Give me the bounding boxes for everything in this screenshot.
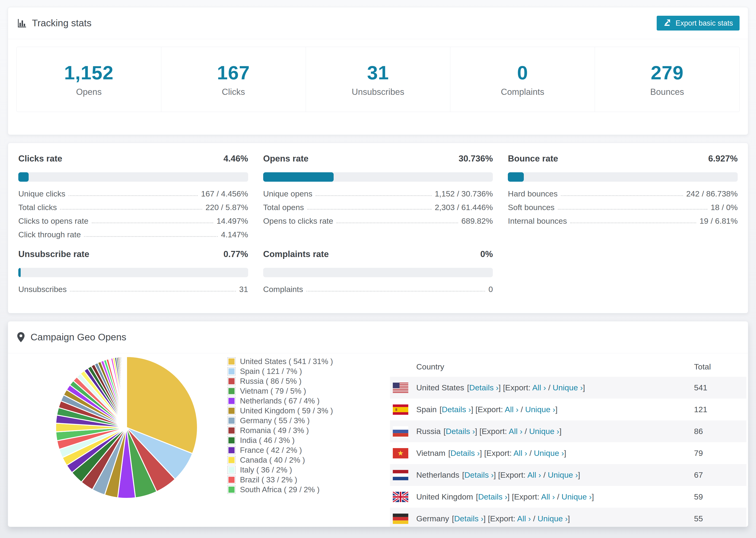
export-unique-link[interactable]: Unique ›: [548, 470, 578, 479]
stat-label: Bounces: [650, 87, 684, 97]
export-unique-link[interactable]: Unique ›: [562, 492, 592, 501]
pie-legend-item[interactable]: Romania ( 49 / 3% ): [227, 426, 333, 435]
export-unique-link[interactable]: Unique ›: [553, 383, 583, 392]
rate-stat-label: Soft bounces: [508, 203, 554, 211]
rate-progress-fill: [18, 172, 28, 182]
country-flag-icon: [393, 448, 408, 458]
rate-title: Complaints rate: [263, 249, 329, 259]
total-column-header: Total: [694, 362, 711, 371]
export-unique-link[interactable]: Unique ›: [538, 514, 568, 523]
geo-table-row: Netherlands [Details ›] [Export: All › /…: [390, 464, 746, 486]
legend-swatch: [227, 426, 236, 435]
tracking-stats-header: Tracking stats Export basic stats: [8, 7, 748, 39]
legend-label: Italy ( 36 / 2% ): [240, 465, 292, 474]
pie-legend-item[interactable]: Germany ( 55 / 3% ): [227, 416, 333, 426]
rate-block: Bounce rate 6.927% Hard bounces 242 / 86…: [508, 153, 738, 239]
pie-legend-item[interactable]: Russia ( 86 / 5% ): [227, 376, 333, 386]
pie-legend-item[interactable]: Spain ( 121 / 7% ): [227, 366, 333, 376]
pie-legend-item[interactable]: Canada ( 40 / 2% ): [227, 455, 333, 465]
pie-legend-item[interactable]: Italy ( 36 / 2% ): [227, 465, 333, 475]
legend-swatch: [227, 485, 236, 494]
pie-legend-item[interactable]: United States ( 541 / 31% ): [227, 356, 333, 366]
legend-swatch: [227, 357, 236, 366]
country-name: Russia: [416, 427, 441, 436]
country-name: United Kingdom: [416, 492, 473, 501]
export-all-link[interactable]: All ›: [532, 383, 546, 392]
stat-cell: 167 Clicks: [161, 47, 306, 112]
rate-progress-bar: [18, 268, 248, 277]
dotted-leader: [70, 291, 236, 292]
country-flag-icon: [393, 513, 408, 524]
pie-legend-item[interactable]: Netherlands ( 67 / 4% ): [227, 396, 333, 406]
country-flag-icon: [393, 404, 408, 415]
rate-stat-row: Unique opens 1,152 / 30.736%: [263, 190, 493, 198]
rate-stat-row: Unsubscribes 31: [18, 285, 248, 293]
geo-table-header: Country Total: [390, 356, 746, 377]
rate-main-value: 6.927%: [708, 153, 738, 164]
rate-title: Unsubscribe rate: [18, 249, 89, 259]
export-all-link[interactable]: All ›: [517, 514, 531, 523]
details-link[interactable]: Details ›: [451, 449, 480, 457]
export-basic-stats-button[interactable]: Export basic stats: [657, 16, 739, 30]
rate-title-row: Opens rate 30.736%: [263, 153, 493, 164]
pie-legend-item[interactable]: Vietnam ( 79 / 5% ): [227, 386, 333, 396]
geo-table-row: United Kingdom [Details ›] [Export: All …: [390, 486, 746, 508]
rate-block: Opens rate 30.736% Unique opens 1,152 / …: [263, 153, 493, 239]
map-pin-icon: [17, 332, 26, 343]
pie-legend-item[interactable]: France ( 42 / 2% ): [227, 445, 333, 455]
details-link[interactable]: Details ›: [454, 514, 483, 523]
legend-swatch: [227, 456, 236, 464]
legend-swatch: [227, 377, 236, 385]
legend-swatch: [227, 436, 236, 445]
rate-stat-value: 220 / 5.87%: [205, 203, 248, 211]
rate-stat-label: Unique clicks: [18, 190, 65, 198]
rate-stat-label: Opens to clicks rate: [263, 217, 333, 225]
rate-title: Opens rate: [263, 153, 308, 164]
country-name: Spain: [416, 405, 437, 414]
stat-label: Unsubscribes: [352, 87, 404, 97]
export-all-link[interactable]: All ›: [505, 405, 519, 414]
country-links: [Details ›] [Export: All › / Unique ›]: [467, 383, 585, 392]
stat-cell: 31 Unsubscribes: [306, 47, 451, 112]
export-unique-link[interactable]: Unique ›: [529, 427, 560, 436]
rate-block: Complaints rate 0% Complaints 0: [263, 249, 493, 293]
country-flag-icon: [393, 470, 408, 480]
rate-stat-row: Hard bounces 242 / 86.738%: [508, 190, 738, 198]
pie-slice[interactable]: [126, 356, 127, 427]
pie-legend-item[interactable]: United Kingdom ( 59 / 3% ): [227, 406, 333, 416]
rate-progress-bar: [263, 172, 493, 182]
country-total: 121: [694, 405, 707, 414]
details-link[interactable]: Details ›: [446, 427, 475, 436]
rate-stat-value: 242 / 86.738%: [686, 190, 738, 198]
export-all-link[interactable]: All ›: [513, 449, 527, 457]
stats-summary-row: 1,152 Opens 167 Clicks 31 Unsubscribes 0…: [17, 47, 739, 112]
country-links: [Details ›] [Export: All › / Unique ›]: [448, 449, 566, 458]
export-unique-link[interactable]: Unique ›: [534, 449, 564, 457]
dotted-leader: [69, 195, 198, 196]
rate-stat-row: Clicks to opens rate 14.497%: [18, 217, 248, 225]
details-link[interactable]: Details ›: [464, 470, 494, 479]
rate-progress-bar: [18, 172, 248, 182]
details-link[interactable]: Details ›: [478, 492, 507, 501]
country-links: [Details ›] [Export: All › / Unique ›]: [476, 492, 594, 501]
rate-stat-value: 167 / 4.456%: [201, 190, 248, 198]
export-unique-link[interactable]: Unique ›: [525, 405, 556, 414]
export-all-link[interactable]: All ›: [509, 427, 523, 436]
rate-stat-row: Unique clicks 167 / 4.456%: [18, 190, 248, 198]
details-link[interactable]: Details ›: [469, 383, 499, 392]
rates-card: Clicks rate 4.46% Unique clicks 167 / 4.…: [8, 143, 748, 313]
rate-block: Clicks rate 4.46% Unique clicks 167 / 4.…: [18, 153, 248, 239]
pie-legend-item[interactable]: India ( 46 / 3% ): [227, 435, 333, 445]
rate-stat-row: Total clicks 220 / 5.87%: [18, 203, 248, 211]
country-total: 79: [694, 449, 703, 458]
export-all-link[interactable]: All ›: [541, 492, 555, 501]
details-link[interactable]: Details ›: [442, 405, 471, 414]
tracking-stats-title-text: Tracking stats: [32, 18, 91, 28]
legend-label: Spain ( 121 / 7% ): [240, 367, 302, 376]
pie-legend-item[interactable]: Brazil ( 33 / 2% ): [227, 475, 333, 485]
dotted-leader: [570, 223, 696, 223]
legend-swatch: [227, 446, 236, 455]
rate-stat-label: Complaints: [263, 285, 303, 293]
pie-legend-item[interactable]: South Africa ( 29 / 2% ): [227, 485, 333, 495]
export-all-link[interactable]: All ›: [527, 470, 541, 479]
